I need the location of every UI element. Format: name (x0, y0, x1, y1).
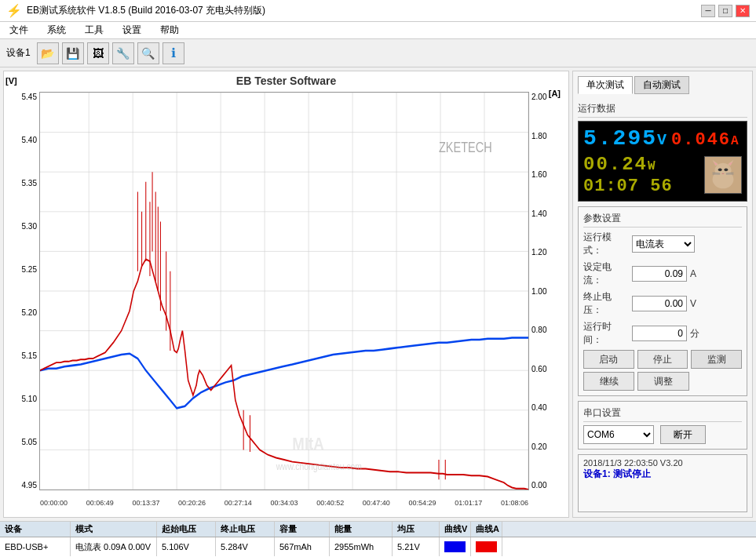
x-axis: 00:00:00 00:06:49 00:13:37 00:20:26 00:2… (40, 499, 528, 507)
current-line (40, 260, 528, 490)
endvolt-unit: V (690, 298, 696, 309)
table-row: EBD-USB+ 电流表 0.09A 0.00V 5.106V 5.284V 5… (0, 537, 756, 556)
title-bar-controls[interactable]: ─ □ ✕ (701, 5, 750, 17)
app-title: EB测试系统软件 V1.8.5 (Build 2016-03-07 充电头特别版… (27, 4, 265, 17)
chart-title: EB Tester Software (4, 71, 568, 90)
x-9: 01:01:17 (455, 499, 482, 507)
time-display: 01:07 56 (583, 177, 673, 196)
voltage-display: 5.295V (583, 126, 668, 151)
mode-label: 运行模式： (583, 231, 629, 257)
x-1: 00:06:49 (86, 499, 114, 507)
menu-system[interactable]: 系统 (44, 23, 69, 38)
y-axis-right: 2.00 1.80 1.60 1.40 1.20 1.00 0.80 0.60 … (528, 93, 564, 490)
cell-avg-v: 5.21V (393, 537, 440, 556)
header-end-v: 终止电压 (216, 522, 275, 537)
running-data-display: 5.295V 0.046A 00.24W 01:07 (578, 121, 747, 202)
y-left-5.25: 5.25 (22, 265, 37, 274)
image-button[interactable]: 🖼 (87, 42, 109, 64)
mode-select[interactable]: 电流表 电压表 (632, 235, 695, 253)
y-right-1.20: 1.20 (531, 248, 546, 257)
chart-svg: ZKETECH www.chongdiantou.com MItA (40, 93, 528, 490)
endvolt-label: 终止电压： (583, 290, 629, 317)
header-mode: 模式 (71, 522, 157, 537)
menu-tools[interactable]: 工具 (82, 23, 107, 38)
y-right-0.20: 0.20 (531, 442, 546, 451)
header-start-v: 起始电压 (157, 522, 216, 537)
search-button[interactable]: 🔍 (137, 42, 159, 64)
cell-cap: 567mAh (275, 537, 330, 556)
disconnect-button[interactable]: 断开 (660, 425, 706, 444)
running-data-title: 运行数据 (578, 102, 747, 118)
y-right-1.40: 1.40 (531, 209, 546, 218)
continue-button[interactable]: 继续 (583, 372, 634, 391)
adjust-button[interactable]: 调整 (637, 372, 688, 391)
y-left-5.35: 5.35 (22, 179, 37, 187)
port-select[interactable]: COM6 COM1 (583, 425, 654, 444)
settings-button[interactable]: 🔧 (112, 42, 134, 64)
cell-mode: 电流表 0.09A 0.00V (71, 537, 157, 556)
maximize-button[interactable]: □ (718, 5, 732, 17)
bottom-table: 设备 模式 起始电压 终止电压 容量 能量 均压 曲线V 曲线A EBD-USB… (0, 521, 756, 557)
endvolt-row: 终止电压： V (583, 290, 742, 317)
current-input[interactable] (632, 266, 687, 282)
svg-point-43 (718, 168, 722, 171)
runtime-label: 运行时间： (583, 320, 629, 347)
running-data-section: 运行数据 5.295V 0.046A 00.24W (578, 102, 747, 202)
cat-image (704, 156, 742, 194)
open-button[interactable]: 📂 (37, 42, 59, 64)
menu-help[interactable]: 帮助 (157, 23, 182, 38)
x-0: 00:00:00 (40, 499, 68, 507)
y-left-5.10: 5.10 (22, 395, 37, 403)
tab-single[interactable]: 单次测试 (578, 76, 633, 94)
param-section: 参数设置 运行模式： 电流表 电压表 设定电流： A 终止电压： V 运行时间： (578, 206, 747, 396)
y-right-2.00: 2.00 (531, 93, 546, 101)
current-label: 设定电流： (583, 260, 629, 287)
y-left-5.05: 5.05 (22, 438, 37, 446)
y-right-1.60: 1.60 (531, 170, 546, 179)
y-right-0.60: 0.60 (531, 365, 546, 373)
start-button[interactable]: 启动 (583, 350, 634, 369)
endvolt-input[interactable] (632, 296, 687, 311)
y-right-0.80: 0.80 (531, 326, 546, 334)
serial-section: 串口设置 COM6 COM1 断开 (578, 401, 747, 450)
y-right-1.00: 1.00 (531, 287, 546, 296)
y-left-label: [V] (5, 76, 17, 86)
main-content: EB Tester Software [V] [A] 5.45 5.40 5.3… (0, 67, 756, 521)
chart-watermark: ZKETECH (439, 139, 492, 155)
y-right-0.40: 0.40 (531, 403, 546, 412)
mode-row: 运行模式： 电流表 电压表 (583, 231, 742, 257)
minimize-button[interactable]: ─ (701, 5, 715, 17)
power-time-row: 00.24W 01:07 56 (583, 154, 742, 196)
status-datetime: 2018/11/3 22:03:50 V3.20 (583, 458, 742, 468)
save-button[interactable]: 💾 (62, 42, 84, 64)
info-button[interactable]: ℹ (163, 42, 184, 64)
x-8: 00:54:29 (409, 499, 436, 507)
menu-bar: 文件 系统 工具 设置 帮助 (0, 22, 756, 39)
cell-device: EBD-USB+ (0, 537, 71, 556)
voltage-line (40, 337, 528, 408)
y-left-5.45: 5.45 (22, 93, 37, 101)
btn-row-1: 启动 停止 监测 (583, 350, 742, 369)
header-curve-v: 曲线V (440, 522, 471, 537)
cell-energy: 2955mWh (330, 537, 393, 556)
header-cap: 容量 (275, 522, 330, 537)
chart-mita: MItA (292, 434, 323, 453)
y-left-5.15: 5.15 (22, 351, 37, 360)
menu-file[interactable]: 文件 (6, 23, 31, 38)
menu-settings[interactable]: 设置 (119, 23, 144, 38)
runtime-input[interactable] (632, 326, 687, 341)
x-7: 00:47:40 (363, 499, 390, 507)
tabs: 单次测试 自动测试 (578, 76, 747, 94)
svg-point-44 (724, 168, 728, 171)
chart-sub-watermark: www.chongdiantou.com (276, 461, 362, 471)
x-6: 00:40:52 (316, 499, 344, 507)
right-panel: 单次测试 自动测试 运行数据 5.295V 0.046A (572, 71, 753, 518)
x-3: 00:20:26 (178, 499, 206, 507)
close-button[interactable]: ✕ (736, 5, 750, 17)
tab-auto[interactable]: 自动测试 (634, 76, 689, 94)
header-device: 设备 (0, 522, 71, 537)
cell-curve-v (440, 537, 471, 556)
stop-button[interactable]: 停止 (637, 350, 688, 369)
y-right-0.00: 0.00 (531, 481, 546, 490)
monitor-button[interactable]: 监测 (691, 350, 742, 369)
